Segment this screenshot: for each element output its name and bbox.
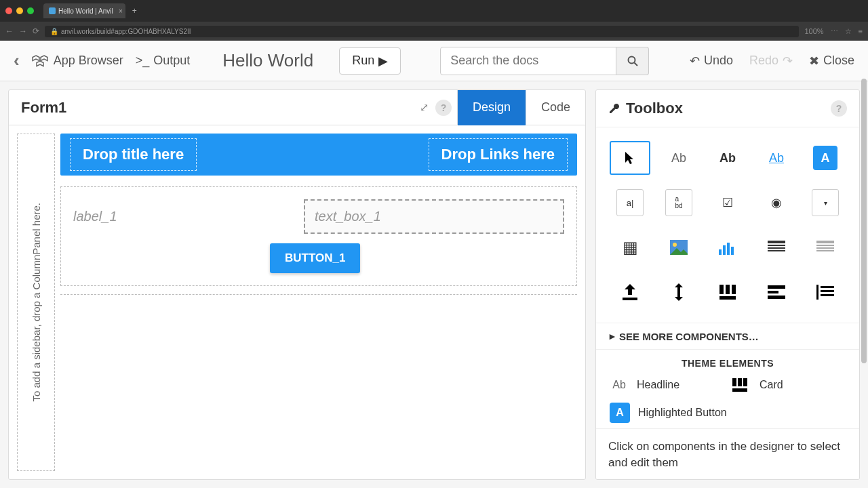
new-tab-icon[interactable]: + — [132, 6, 137, 16]
search-icon — [627, 56, 638, 66]
theme-card-label: Card — [760, 379, 783, 391]
links-dropzone[interactable]: Drop Links here — [429, 138, 568, 171]
minimize-window-icon[interactable] — [16, 7, 23, 14]
tool-textbox[interactable]: a| — [610, 186, 650, 220]
tool-repeating-panel[interactable] — [805, 230, 846, 264]
chevron-right-icon: ▸ — [610, 330, 615, 342]
tab-code[interactable]: Code — [526, 90, 585, 125]
close-window-icon[interactable] — [5, 7, 12, 14]
tool-flowpanel[interactable] — [805, 275, 846, 309]
tool-datepicker[interactable]: ▦ — [610, 230, 650, 264]
svg-rect-31 — [743, 378, 747, 386]
textbox-icon: a| — [616, 189, 644, 216]
columnpanel-icon — [719, 285, 736, 300]
close-button[interactable]: ✖ Close — [809, 54, 854, 68]
form-body[interactable]: label_1 text_box_1 BUTTON_1 — [60, 186, 577, 286]
reload-icon[interactable]: ⟳ — [33, 26, 39, 36]
play-icon: ▶ — [378, 54, 388, 68]
window-controls[interactable] — [5, 7, 34, 14]
address-field[interactable]: 🔒 anvil.works/build#app:GDOHABHXALYS2II — [45, 26, 799, 37]
svg-rect-4 — [719, 249, 722, 255]
output-label: Output — [153, 54, 190, 68]
app-header-zone[interactable]: Drop title here Drop Links here — [60, 134, 577, 176]
bookmark-icon[interactable]: ☆ — [845, 27, 852, 36]
run-button[interactable]: Run ▶ — [339, 47, 401, 75]
link-icon: Ab — [769, 151, 784, 165]
theme-card[interactable]: Card — [732, 378, 846, 392]
back-button[interactable]: ‹ — [14, 50, 20, 71]
form-canvas[interactable]: Drop title here Drop Links here label_1 … — [60, 134, 577, 471]
expand-icon[interactable]: ⤢ — [420, 101, 429, 114]
label-component[interactable]: label_1 — [73, 209, 290, 224]
theme-elements-header: THEME ELEMENTS — [596, 350, 859, 373]
tab-design[interactable]: Design — [457, 90, 526, 125]
tool-radio[interactable]: ◉ — [756, 186, 797, 220]
tool-label[interactable]: Ab — [658, 141, 699, 175]
svg-rect-16 — [623, 298, 637, 300]
title-dropzone[interactable]: Drop title here — [70, 138, 197, 171]
tool-textarea[interactable]: abd — [658, 186, 699, 220]
extension-icon[interactable]: ⋯ — [831, 27, 838, 36]
redo-button: Redo ↷ — [749, 54, 793, 68]
scrollbar-thumb[interactable] — [861, 79, 867, 363]
svg-rect-32 — [732, 388, 747, 392]
svg-rect-23 — [768, 291, 778, 293]
highlighted-button-icon: A — [610, 403, 630, 423]
tool-datagrid[interactable] — [756, 230, 797, 264]
toolbox-panel: Toolbox ? Ab Ab Ab A a| abd ☑ ◉ ▾ ▦ — [595, 89, 860, 480]
tool-dropdown[interactable]: ▾ — [805, 186, 846, 220]
menu-icon[interactable]: ≡ — [859, 27, 863, 36]
tool-checkbox[interactable]: ☑ — [707, 186, 748, 220]
tab-close-icon[interactable]: × — [119, 7, 123, 15]
maximize-window-icon[interactable] — [27, 7, 34, 14]
component-grid: Ab Ab Ab A a| abd ☑ ◉ ▾ ▦ — [596, 127, 859, 323]
svg-rect-12 — [816, 241, 834, 243]
svg-rect-19 — [726, 285, 730, 294]
close-label: Close — [823, 54, 854, 68]
form-name: Form1 — [9, 99, 420, 117]
tool-label-bold[interactable]: Ab — [707, 141, 748, 175]
output-link[interactable]: >_ Output — [136, 54, 191, 68]
theme-highlighted-button[interactable]: A Highlighted Button — [610, 403, 846, 423]
tool-plot[interactable] — [707, 230, 748, 264]
image-icon — [670, 240, 688, 255]
textarea-icon: abd — [665, 189, 692, 216]
undo-button[interactable]: ↶ Undo — [690, 54, 733, 68]
url-text: anvil.works/build#app:GDOHABHXALYS2II — [61, 28, 191, 35]
tool-columnpanel[interactable] — [707, 275, 748, 309]
tool-spacer[interactable] — [658, 275, 699, 309]
tool-linearpanel[interactable] — [756, 275, 797, 309]
tool-image[interactable] — [658, 230, 699, 264]
linearpanel-icon — [768, 285, 785, 299]
app-topbar: ‹ App Browser >_ Output Hello World Run … — [0, 41, 868, 81]
repeating-panel-icon — [816, 241, 834, 254]
scrollbar[interactable] — [861, 79, 867, 472]
search-input[interactable] — [440, 47, 616, 75]
help-icon[interactable]: ? — [435, 100, 452, 116]
theme-headline-label: Headline — [637, 379, 679, 391]
chart-icon — [719, 240, 736, 255]
button-component[interactable]: BUTTON_1 — [270, 243, 360, 273]
tool-link[interactable]: Ab — [756, 141, 797, 175]
search-button[interactable] — [616, 47, 649, 75]
app-browser-link[interactable]: App Browser — [32, 54, 123, 68]
tool-button[interactable]: A — [805, 141, 846, 175]
tool-fileloader[interactable] — [610, 275, 650, 309]
zoom-indicator[interactable]: 100% — [804, 27, 823, 36]
tool-pointer[interactable] — [610, 141, 650, 175]
nav-back-icon[interactable]: ← — [5, 26, 14, 36]
dropzone-divider[interactable] — [60, 294, 577, 295]
dropdown-icon: ▾ — [812, 189, 839, 216]
svg-rect-17 — [677, 287, 680, 297]
svg-rect-14 — [816, 247, 834, 249]
textbox-component[interactable]: text_box_1 — [304, 199, 564, 234]
browser-tab[interactable]: Hello World | Anvil × — [43, 3, 125, 18]
sidebar-dropzone[interactable]: To add a sidebar, drop a ColumnPanel her… — [17, 134, 55, 471]
svg-point-3 — [673, 243, 677, 247]
see-more-label: SEE MORE COMPONENTS… — [619, 331, 759, 342]
toolbox-help-icon[interactable]: ? — [831, 100, 847, 117]
designer-header: Form1 ⤢ ? Design Code — [9, 90, 585, 125]
theme-headline[interactable]: Ab Headline — [610, 378, 723, 392]
see-more-components[interactable]: ▸ SEE MORE COMPONENTS… — [596, 323, 859, 350]
app-title[interactable]: Hello World — [222, 50, 313, 71]
